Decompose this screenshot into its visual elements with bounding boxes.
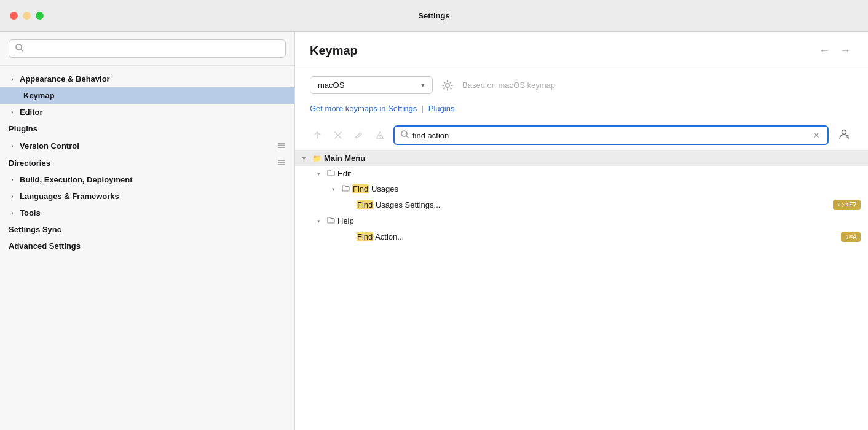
sidebar-item-appearance[interactable]: › Appearance & Behavior: [0, 71, 294, 87]
sidebar-item-tools[interactable]: › Tools: [0, 205, 294, 221]
tree-item-label: Main Menu: [324, 154, 861, 163]
svg-rect-5: [278, 160, 285, 161]
sidebar-nav: › Appearance & Behavior Keymap › Editor …: [0, 66, 294, 430]
sidebar-item-editor[interactable]: › Editor: [0, 104, 294, 120]
gear-icon[interactable]: [441, 79, 454, 92]
tree-item-find-action[interactable]: Find Action... ⇧⌘A: [295, 229, 868, 245]
edit-button[interactable]: [352, 129, 366, 141]
sidebar: › Appearance & Behavior Keymap › Editor …: [0, 32, 295, 430]
page-title: Keymap: [310, 44, 358, 58]
tree-item-find-usages-settings[interactable]: Find Usages Settings... ⌥⇧⌘F7: [295, 197, 868, 213]
tree-item-help[interactable]: ▾ Help: [295, 213, 868, 229]
sidebar-item-plugins[interactable]: Plugins: [0, 120, 294, 137]
toolbar: ✕: [295, 120, 868, 150]
chevron-right-icon: ›: [9, 193, 16, 200]
tree-item-main-menu[interactable]: ▾ 📁 Main Menu: [295, 150, 868, 166]
keymap-based-text: Based on macOS keymap: [462, 80, 555, 90]
sidebar-search-input[interactable]: [27, 44, 279, 53]
tree-item-label: Find Usages: [352, 184, 861, 194]
sidebar-item-settings-sync[interactable]: Settings Sync: [0, 221, 294, 238]
keymap-links: Get more keymaps in Settings | Plugins: [295, 99, 868, 120]
chevron-right-icon: ›: [9, 209, 16, 217]
back-arrow-icon[interactable]: ←: [816, 43, 832, 58]
keymap-search-input[interactable]: [412, 131, 808, 140]
keymap-dropdown-label: macOS: [318, 80, 416, 90]
sidebar-item-label: Advanced Settings: [9, 241, 286, 251]
search-icon: [401, 130, 409, 141]
sidebar-item-advanced-settings[interactable]: Advanced Settings: [0, 238, 294, 254]
close-button[interactable]: [10, 12, 18, 20]
clear-search-button[interactable]: ✕: [811, 130, 821, 140]
tree-item-find-usages[interactable]: ▾ Find Usages: [295, 181, 868, 197]
main-container: › Appearance & Behavior Keymap › Editor …: [0, 32, 868, 430]
forward-arrow-icon[interactable]: →: [837, 43, 853, 58]
sidebar-item-keymap[interactable]: Keymap: [0, 87, 294, 104]
search-icon: [15, 43, 23, 54]
keymap-search-field[interactable]: ✕: [393, 125, 829, 145]
svg-rect-6: [278, 162, 285, 163]
sidebar-item-label: Editor: [20, 108, 286, 117]
sidebar-item-label: Keymap: [23, 91, 286, 100]
sidebar-item-version-control[interactable]: › Version Control: [0, 137, 294, 154]
folder-icon: [327, 216, 335, 225]
shortcut-badge: ⇧⌘A: [841, 232, 861, 242]
sidebar-item-label: Directories: [9, 158, 274, 168]
svg-point-15: [842, 130, 846, 134]
folder-icon: [342, 184, 350, 194]
tree-item-label: Find Action...: [357, 232, 838, 241]
nav-arrows: ← →: [816, 43, 853, 58]
sidebar-item-languages[interactable]: › Languages & Frameworks: [0, 188, 294, 205]
content-header: Keymap ← →: [295, 32, 868, 66]
search-container: [0, 32, 294, 66]
svg-point-8: [446, 84, 449, 87]
warning-button[interactable]: [373, 129, 387, 141]
title-bar: Settings: [0, 0, 868, 32]
keymap-section: macOS ▾ Based on macOS keymap: [295, 66, 868, 99]
shortcut-badge: ⌥⇧⌘F7: [833, 200, 861, 210]
expand-icon: ▾: [317, 218, 325, 224]
move-up-button[interactable]: [310, 129, 325, 141]
chevron-down-icon: ▾: [421, 81, 425, 89]
sidebar-item-label: Appearance & Behavior: [20, 74, 286, 84]
sidebar-item-label: Build, Execution, Deployment: [20, 175, 286, 184]
svg-rect-4: [278, 147, 285, 148]
chevron-right-icon: ›: [9, 142, 16, 149]
content-panel: Keymap ← → macOS ▾ Based on macOS k: [295, 32, 868, 430]
keymap-row: macOS ▾ Based on macOS keymap: [310, 76, 853, 94]
window-title: Settings: [418, 11, 449, 20]
svg-point-12: [380, 137, 381, 138]
plugins-link[interactable]: Plugins: [428, 104, 455, 113]
link-separator: |: [422, 104, 426, 113]
sidebar-item-label: Tools: [20, 208, 286, 217]
chevron-right-icon: ›: [9, 176, 16, 184]
directories-badge: [277, 158, 286, 168]
sidebar-item-label: Languages & Frameworks: [20, 192, 286, 201]
sidebar-item-label: Version Control: [20, 141, 274, 150]
search-box[interactable]: [9, 39, 286, 58]
folder-icon: [327, 169, 335, 178]
tree-item-label: Find Usages Settings...: [357, 200, 831, 209]
version-control-badge: [277, 141, 286, 150]
window-controls: [10, 12, 44, 20]
sidebar-item-directories[interactable]: Directories: [0, 154, 294, 171]
remove-button[interactable]: [331, 129, 345, 141]
keymap-dropdown[interactable]: macOS ▾: [310, 76, 433, 94]
tree-item-edit[interactable]: ▾ Edit: [295, 166, 868, 181]
svg-line-1: [21, 49, 23, 51]
chevron-right-icon: ›: [9, 76, 16, 83]
sidebar-item-build[interactable]: › Build, Execution, Deployment: [0, 171, 294, 188]
minimize-button[interactable]: [23, 12, 31, 20]
svg-rect-7: [278, 164, 285, 165]
sidebar-item-label: Plugins: [9, 124, 286, 133]
expand-icon: ▾: [332, 186, 339, 192]
chevron-right-icon: ›: [9, 109, 16, 116]
user-settings-button[interactable]: [835, 126, 853, 145]
tree-list: ▾ 📁 Main Menu ▾ Edit ▾ Find Usages: [295, 150, 868, 430]
sidebar-item-label: Settings Sync: [9, 225, 286, 234]
get-more-keymaps-link[interactable]: Get more keymaps in Settings: [310, 104, 417, 113]
maximize-button[interactable]: [36, 12, 44, 20]
folder-icon: 📁: [312, 154, 322, 163]
svg-rect-2: [278, 143, 285, 144]
svg-rect-3: [278, 145, 285, 146]
svg-line-14: [406, 136, 408, 138]
